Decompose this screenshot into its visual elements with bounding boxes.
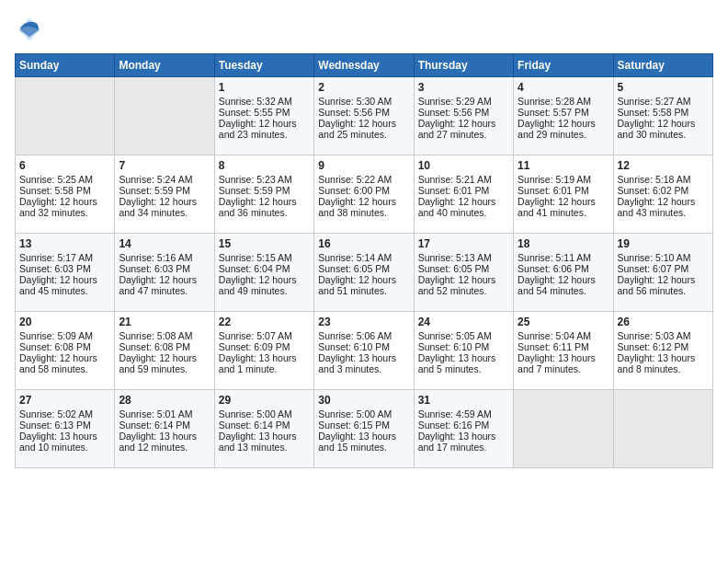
calendar-cell: 2Sunrise: 5:30 AMSunset: 5:56 PMDaylight… <box>314 77 414 155</box>
day-info: Sunset: 6:06 PM <box>518 263 609 274</box>
day-number: 13 <box>19 237 110 250</box>
day-info: Sunrise: 5:24 AM <box>119 174 210 185</box>
day-number: 6 <box>19 159 110 172</box>
day-info: Sunrise: 5:27 AM <box>618 96 709 107</box>
day-info: Sunrise: 5:21 AM <box>418 174 509 185</box>
calendar-cell: 24Sunrise: 5:05 AMSunset: 6:10 PMDayligh… <box>414 312 513 390</box>
day-info: Daylight: 12 hours and 49 minutes. <box>219 274 310 296</box>
day-number: 2 <box>318 81 409 94</box>
day-info: Sunrise: 5:11 AM <box>518 252 609 263</box>
day-number: 10 <box>418 159 509 172</box>
day-info: Sunrise: 5:02 AM <box>19 408 110 419</box>
day-info: Sunrise: 5:00 AM <box>318 408 409 419</box>
day-number: 7 <box>119 159 210 172</box>
day-info: Sunrise: 5:03 AM <box>618 330 709 341</box>
day-info: Sunrise: 5:14 AM <box>318 252 409 263</box>
day-number: 3 <box>418 81 509 94</box>
calendar-cell: 28Sunrise: 5:01 AMSunset: 6:14 PMDayligh… <box>115 390 214 468</box>
weekday-header: Thursday <box>414 54 513 77</box>
day-info: Daylight: 12 hours and 34 minutes. <box>119 196 210 218</box>
day-info: Daylight: 13 hours and 7 minutes. <box>518 352 609 374</box>
day-number: 4 <box>518 81 609 94</box>
calendar-cell: 19Sunrise: 5:10 AMSunset: 6:07 PMDayligh… <box>613 234 712 312</box>
day-info: Sunset: 6:05 PM <box>418 263 509 274</box>
day-info: Sunrise: 5:32 AM <box>219 96 310 107</box>
day-info: Daylight: 13 hours and 5 minutes. <box>418 352 509 374</box>
calendar-cell: 7Sunrise: 5:24 AMSunset: 5:59 PMDaylight… <box>115 155 214 234</box>
calendar-cell: 23Sunrise: 5:06 AMSunset: 6:10 PMDayligh… <box>314 312 414 390</box>
calendar-cell: 27Sunrise: 5:02 AMSunset: 6:13 PMDayligh… <box>16 390 115 468</box>
day-info: Sunset: 6:01 PM <box>418 185 509 196</box>
calendar-cell: 12Sunrise: 5:18 AMSunset: 6:02 PMDayligh… <box>613 155 712 234</box>
day-info: Sunset: 6:10 PM <box>318 341 409 352</box>
calendar-cell: 22Sunrise: 5:07 AMSunset: 6:09 PMDayligh… <box>214 312 313 390</box>
day-info: Sunset: 6:01 PM <box>518 185 609 196</box>
day-info: Sunrise: 5:04 AM <box>518 330 609 341</box>
day-info: Daylight: 12 hours and 47 minutes. <box>119 274 210 296</box>
day-number: 11 <box>518 159 609 172</box>
day-info: Sunrise: 4:59 AM <box>418 408 509 419</box>
logo <box>15 15 48 44</box>
calendar-week-row: 6Sunrise: 5:25 AMSunset: 5:58 PMDaylight… <box>16 155 713 234</box>
day-info: Sunset: 6:00 PM <box>318 185 409 196</box>
day-info: Sunrise: 5:18 AM <box>618 174 709 185</box>
day-info: Sunrise: 5:13 AM <box>418 252 509 263</box>
weekday-header: Monday <box>115 54 214 77</box>
calendar-cell: 16Sunrise: 5:14 AMSunset: 6:05 PMDayligh… <box>314 234 414 312</box>
day-info: Sunset: 6:13 PM <box>19 419 110 431</box>
day-info: Daylight: 13 hours and 15 minutes. <box>318 431 409 453</box>
calendar-cell: 31Sunrise: 4:59 AMSunset: 6:16 PMDayligh… <box>414 390 513 468</box>
day-number: 5 <box>618 81 709 94</box>
calendar-week-row: 20Sunrise: 5:09 AMSunset: 6:08 PMDayligh… <box>16 312 713 390</box>
day-info: Daylight: 12 hours and 27 minutes. <box>418 118 509 140</box>
day-info: Daylight: 13 hours and 12 minutes. <box>119 431 210 453</box>
weekday-header-row: SundayMondayTuesdayWednesdayThursdayFrid… <box>16 54 713 77</box>
day-info: Daylight: 12 hours and 30 minutes. <box>618 118 709 140</box>
calendar-cell: 25Sunrise: 5:04 AMSunset: 6:11 PMDayligh… <box>514 312 613 390</box>
day-info: Sunrise: 5:19 AM <box>518 174 609 185</box>
day-info: Sunset: 6:15 PM <box>318 419 409 431</box>
day-info: Sunset: 5:57 PM <box>518 107 609 118</box>
day-info: Daylight: 12 hours and 45 minutes. <box>19 274 110 296</box>
calendar-cell: 18Sunrise: 5:11 AMSunset: 6:06 PMDayligh… <box>514 234 613 312</box>
day-info: Daylight: 12 hours and 36 minutes. <box>219 196 310 218</box>
day-number: 31 <box>418 394 509 407</box>
day-info: Sunset: 5:58 PM <box>19 185 110 196</box>
calendar-cell: 1Sunrise: 5:32 AMSunset: 5:55 PMDaylight… <box>214 77 313 155</box>
day-info: Sunset: 6:05 PM <box>318 263 409 274</box>
day-number: 21 <box>119 316 210 328</box>
day-info: Sunset: 6:14 PM <box>119 419 210 431</box>
day-info: Sunrise: 5:00 AM <box>219 408 310 419</box>
day-info: Daylight: 13 hours and 1 minute. <box>219 352 310 374</box>
day-info: Sunset: 6:09 PM <box>219 341 310 352</box>
day-info: Sunrise: 5:08 AM <box>119 330 210 341</box>
day-info: Sunrise: 5:22 AM <box>318 174 409 185</box>
day-info: Daylight: 12 hours and 54 minutes. <box>518 274 609 296</box>
day-info: Sunset: 6:11 PM <box>518 341 609 352</box>
day-info: Sunset: 6:12 PM <box>618 341 709 352</box>
weekday-header: Saturday <box>613 54 712 77</box>
day-info: Daylight: 12 hours and 41 minutes. <box>518 196 609 218</box>
day-info: Sunset: 5:56 PM <box>418 107 509 118</box>
day-number: 17 <box>418 237 509 250</box>
calendar-cell <box>514 390 613 468</box>
calendar-cell: 3Sunrise: 5:29 AMSunset: 5:56 PMDaylight… <box>414 77 513 155</box>
day-info: Sunset: 5:58 PM <box>618 107 709 118</box>
day-info: Sunset: 6:08 PM <box>19 341 110 352</box>
day-info: Sunrise: 5:07 AM <box>219 330 310 341</box>
day-number: 26 <box>618 316 709 328</box>
day-info: Sunrise: 5:29 AM <box>418 96 509 107</box>
day-info: Daylight: 12 hours and 56 minutes. <box>618 274 709 296</box>
day-info: Daylight: 13 hours and 10 minutes. <box>19 431 110 453</box>
day-info: Daylight: 12 hours and 43 minutes. <box>618 196 709 218</box>
day-info: Sunset: 6:14 PM <box>219 419 310 431</box>
day-number: 27 <box>19 394 110 407</box>
day-info: Sunrise: 5:06 AM <box>318 330 409 341</box>
day-info: Daylight: 12 hours and 51 minutes. <box>318 274 409 296</box>
day-number: 15 <box>219 237 310 250</box>
calendar-cell: 14Sunrise: 5:16 AMSunset: 6:03 PMDayligh… <box>115 234 214 312</box>
day-info: Sunset: 6:08 PM <box>119 341 210 352</box>
day-info: Sunrise: 5:30 AM <box>318 96 409 107</box>
day-number: 18 <box>518 237 609 250</box>
weekday-header: Wednesday <box>314 54 414 77</box>
